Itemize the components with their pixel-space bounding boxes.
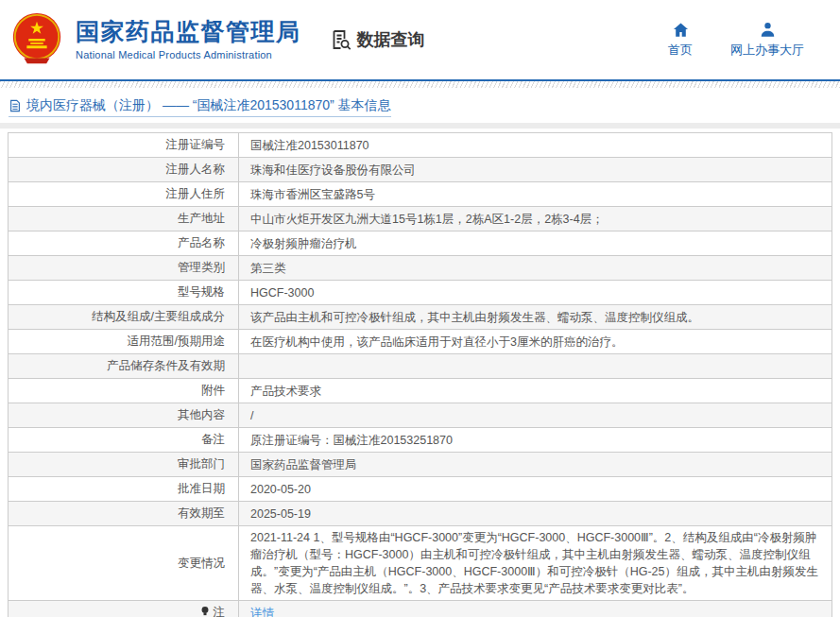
table-row-remark: 备注 原注册证编号：国械注准20153251870 xyxy=(9,427,831,452)
home-icon xyxy=(672,21,690,39)
nav-item-home[interactable]: 首页 xyxy=(668,21,693,59)
row-label: 附件 xyxy=(9,379,239,403)
row-label: 生产地址 xyxy=(9,207,239,231)
row-label: 注 xyxy=(9,601,239,617)
data-query-label: 数据查询 xyxy=(357,28,425,51)
row-label: 审批部门 xyxy=(9,453,239,476)
site-subtitle: National Medical Products Administration xyxy=(76,49,301,60)
table-row-other-content: 其他内容 / xyxy=(9,403,831,427)
table-row-approval-date: 批准日期 2020-05-20 xyxy=(9,476,831,501)
row-label: 注册人名称 xyxy=(9,158,239,181)
row-value: 2021-11-24 1、型号规格由“HGCF-3000”变更为“HGCF-30… xyxy=(239,526,831,600)
page-header: 国家药品监督管理局 National Medical Products Admi… xyxy=(0,0,840,79)
row-value: 第三类 xyxy=(239,256,831,280)
row-value xyxy=(239,354,831,378)
row-value: 国家药品监督管理局 xyxy=(239,453,831,476)
table-row-product-name: 产品名称 冷极射频肿瘤治疗机 xyxy=(9,231,831,255)
row-value: 2025-05-19 xyxy=(239,502,831,525)
row-label: 变更情况 xyxy=(9,526,239,600)
registration-detail-table: 注册证编号 国械注准20153011870 注册人名称 珠海和佳医疗设备股份有限… xyxy=(8,132,832,617)
table-row-approval-department: 审批部门 国家药品监督管理局 xyxy=(9,452,831,476)
table-row-storage: 产品储存条件及有效期 xyxy=(9,353,831,378)
bulb-icon xyxy=(199,606,211,617)
table-row-structure: 结构及组成/主要组成成分 该产品由主机和可控冷极针组成，其中主机由射频发生器、蠕… xyxy=(9,304,831,329)
row-value: 该产品由主机和可控冷极针组成，其中主机由射频发生器、蠕动泵、温度控制仪组成。 xyxy=(239,305,831,329)
table-row-model-spec: 型号规格 HGCF-3000 xyxy=(9,280,831,304)
site-title-block: 国家药品监督管理局 National Medical Products Admi… xyxy=(76,19,301,60)
nav-item-service-hall[interactable]: 网上办事大厅 xyxy=(730,21,804,59)
note-label: 注 xyxy=(214,605,226,617)
nav-service-hall-label: 网上办事大厅 xyxy=(730,42,804,59)
table-row-registration-number: 注册证编号 国械注准20153011870 xyxy=(9,133,831,157)
national-emblem-logo xyxy=(8,10,66,69)
row-label: 备注 xyxy=(9,428,239,452)
row-value: HGCF-3000 xyxy=(239,281,831,304)
site-title: 国家药品监督管理局 xyxy=(76,19,301,45)
row-value: 中山市火炬开发区九洲大道15号1栋1层，2栋A区1-2层，2栋3-4层； xyxy=(239,207,831,231)
row-label: 有效期至 xyxy=(9,502,239,525)
row-value: 2020-05-20 xyxy=(239,477,831,501)
user-icon xyxy=(759,21,777,39)
document-icon xyxy=(9,99,22,112)
table-row-registrant-address: 注册人住所 珠海市香洲区宝盛路5号 xyxy=(9,181,831,206)
document-search-icon xyxy=(330,28,352,51)
table-row-production-address: 生产地址 中山市火炬开发区九洲大道15号1栋1层，2栋A区1-2层，2栋3-4层… xyxy=(9,206,831,231)
row-value: 珠海和佳医疗设备股份有限公司 xyxy=(239,158,831,181)
table-row-note: 注 详情 xyxy=(9,600,831,617)
table-row-registrant-name: 注册人名称 珠海和佳医疗设备股份有限公司 xyxy=(9,157,831,181)
details-link[interactable]: 详情 xyxy=(250,605,274,617)
row-label: 产品储存条件及有效期 xyxy=(9,354,239,378)
table-row-change-history: 变更情况 2021-11-24 1、型号规格由“HGCF-3000”变更为“HG… xyxy=(9,525,831,600)
header-nav: 首页 网上办事大厅 xyxy=(668,21,829,59)
row-label: 其他内容 xyxy=(9,403,239,427)
table-row-intended-use: 适用范围/预期用途 在医疗机构中使用，该产品临床适用于对直径小于3厘米的肝癌的治… xyxy=(9,329,831,353)
row-value: 在医疗机构中使用，该产品临床适用于对直径小于3厘米的肝癌的治疗。 xyxy=(239,330,831,353)
table-row-valid-until: 有效期至 2025-05-19 xyxy=(9,501,831,525)
row-value: / xyxy=(239,403,831,427)
nav-home-label: 首页 xyxy=(668,42,693,59)
row-value: 原注册证编号：国械注准20153251870 xyxy=(239,428,831,452)
data-query-section[interactable]: 数据查询 xyxy=(330,28,425,51)
row-label: 注册证编号 xyxy=(9,133,239,157)
row-value: 冷极射频肿瘤治疗机 xyxy=(239,231,831,255)
section-divider xyxy=(0,123,840,129)
row-value: 详情 xyxy=(239,601,831,617)
table-row-management-class: 管理类别 第三类 xyxy=(9,255,831,280)
row-value: 珠海市香洲区宝盛路5号 xyxy=(239,182,831,206)
hatch-band xyxy=(0,81,840,88)
row-label: 适用范围/预期用途 xyxy=(9,330,239,353)
row-value: 产品技术要求 xyxy=(239,379,831,403)
breadcrumb-label: 境内医疗器械（注册） —— “国械注准20153011870” 基本信息 xyxy=(26,97,391,114)
row-label: 批准日期 xyxy=(9,477,239,501)
row-label: 型号规格 xyxy=(9,281,239,304)
row-value: 国械注准20153011870 xyxy=(239,133,831,157)
breadcrumb: 境内医疗器械（注册） —— “国械注准20153011870” 基本信息 xyxy=(9,97,391,117)
row-label: 结构及组成/主要组成成分 xyxy=(9,305,239,329)
row-label: 注册人住所 xyxy=(9,182,239,206)
table-row-attachment: 附件 产品技术要求 xyxy=(9,378,831,403)
breadcrumb-strip: 境内医疗器械（注册） —— “国械注准20153011870” 基本信息 xyxy=(0,88,840,123)
row-label: 管理类别 xyxy=(9,256,239,280)
row-label: 产品名称 xyxy=(9,231,239,255)
